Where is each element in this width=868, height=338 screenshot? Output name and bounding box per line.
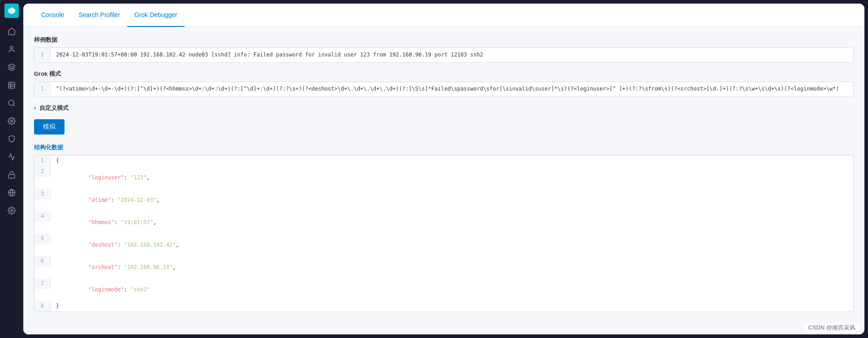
- json-content-3: "atime": "2024-12-03",: [51, 189, 853, 211]
- sample-line-number: 1: [34, 48, 51, 61]
- json-num-2: 2: [34, 166, 51, 177]
- sidebar-icon-gear[interactable]: [4, 203, 20, 219]
- json-content-4: "hhmmss": "19:01:57",: [51, 211, 853, 234]
- tab-search-profiler[interactable]: Search Profiler: [71, 4, 127, 27]
- svg-rect-8: [9, 174, 15, 178]
- sidebar-icon-search[interactable]: [4, 95, 20, 111]
- json-num-7: 7: [34, 278, 51, 289]
- json-content-2: "loginuser": "123",: [51, 166, 853, 189]
- structured-data-label: 结构化数据: [34, 143, 854, 152]
- grok-line-number: 1: [34, 82, 51, 95]
- json-content-1: {: [51, 156, 853, 165]
- svg-rect-1: [9, 82, 15, 88]
- sidebar-icon-table[interactable]: [4, 77, 20, 93]
- json-line-1: 1 {: [34, 156, 853, 166]
- sidebar-icon-lock[interactable]: [4, 167, 20, 183]
- sidebar-icon-shield[interactable]: [4, 131, 20, 147]
- sample-data-label: 样例数据: [34, 36, 854, 44]
- sidebar-icon-cog[interactable]: [4, 113, 20, 129]
- svg-point-11: [11, 210, 13, 212]
- json-line-8: 8 }: [34, 301, 853, 312]
- json-line-4: 4 "hhmmss": "19:01:57",: [34, 211, 853, 234]
- sidebar: [0, 0, 23, 338]
- grok-mode-editor: 1 ^(?<atime>\d+-\d+-\d+)(?:[^\d]+)(?<hhm…: [34, 82, 854, 97]
- sample-data-line: 1 2024-12-03T19:01:57+08:00 192.168.102.…: [34, 48, 853, 62]
- json-content-6: "srchost": "192.168.96.19",: [51, 256, 853, 278]
- svg-point-7: [11, 120, 13, 122]
- sidebar-icon-layers[interactable]: [4, 59, 20, 75]
- tab-bar: Console Search Profiler Grok Debugger: [23, 4, 864, 27]
- json-num-8: 8: [34, 301, 51, 312]
- svg-point-0: [10, 46, 13, 49]
- json-num-5: 5: [34, 234, 51, 244]
- svg-line-6: [13, 104, 14, 106]
- sample-data-content[interactable]: 2024-12-03T19:01:57+08:00 192.168.102.42…: [51, 48, 853, 61]
- custom-pattern-label: 自定义模式: [39, 104, 69, 112]
- grok-mode-content[interactable]: ^(?<atime>\d+-\d+-\d+)(?:[^\d]+)(?<hhmms…: [51, 82, 853, 95]
- watermark: CSDN @南宫采风: [804, 323, 859, 333]
- json-content-7: "loginmode": "ssh2": [51, 278, 853, 301]
- svg-point-5: [9, 100, 14, 105]
- sidebar-icon-home[interactable]: [4, 23, 20, 39]
- json-num-1: 1: [34, 156, 51, 166]
- grok-mode-label: Grok 模式: [34, 70, 854, 78]
- sidebar-icon-user[interactable]: [4, 41, 20, 57]
- tab-console[interactable]: Console: [34, 4, 71, 27]
- json-num-4: 4: [34, 211, 51, 222]
- json-content-8: }: [51, 301, 853, 311]
- json-line-6: 6 "srchost": "192.168.96.19",: [34, 256, 853, 278]
- sidebar-icon-activity[interactable]: [4, 149, 20, 165]
- grok-mode-line: 1 ^(?<atime>\d+-\d+-\d+)(?:[^\d]+)(?<hhm…: [34, 82, 853, 96]
- json-line-3: 3 "atime": "2024-12-03",: [34, 189, 853, 211]
- logo-icon: [4, 4, 19, 18]
- structured-data-box: 1 { 2 "loginuser": "123", 3 "atime": "20…: [34, 155, 854, 312]
- main-panel: Console Search Profiler Grok Debugger 样例…: [23, 4, 864, 334]
- custom-pattern-toggle[interactable]: › 自定义模式: [34, 104, 854, 112]
- json-num-6: 6: [34, 256, 51, 267]
- json-line-2: 2 "loginuser": "123",: [34, 166, 853, 189]
- simulate-button[interactable]: 模拟: [34, 119, 64, 134]
- json-num-3: 3: [34, 189, 51, 199]
- content-area: 样例数据 1 2024-12-03T19:01:57+08:00 192.168…: [23, 27, 864, 334]
- tab-grok-debugger[interactable]: Grok Debugger: [127, 4, 185, 27]
- sample-data-editor: 1 2024-12-03T19:01:57+08:00 192.168.102.…: [34, 48, 854, 63]
- chevron-right-icon: ›: [34, 105, 36, 111]
- sidebar-icon-globe[interactable]: [4, 185, 20, 201]
- json-line-7: 7 "loginmode": "ssh2": [34, 278, 853, 301]
- json-line-5: 5 "deshost": "192.168.102.42",: [34, 234, 853, 256]
- json-content-5: "deshost": "192.168.102.42",: [51, 234, 853, 256]
